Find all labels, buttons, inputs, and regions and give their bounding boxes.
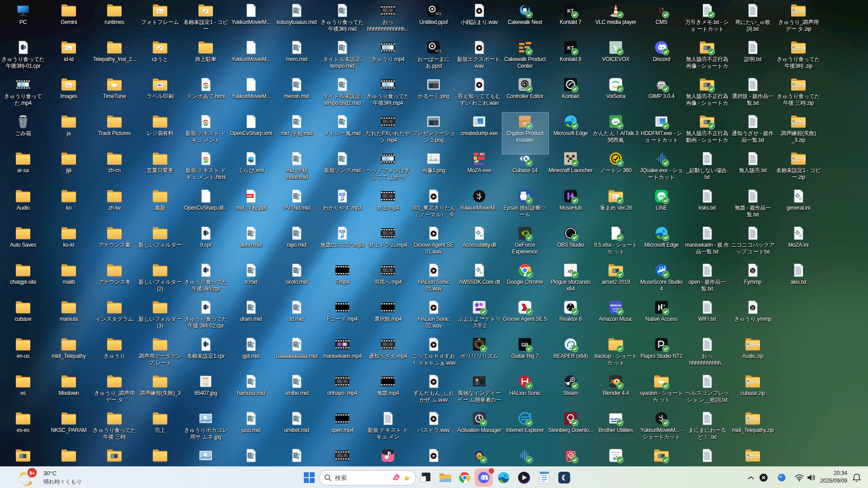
svg-text:9+: 9+ <box>29 470 35 476</box>
svg-text:z: z <box>859 474 860 477</box>
